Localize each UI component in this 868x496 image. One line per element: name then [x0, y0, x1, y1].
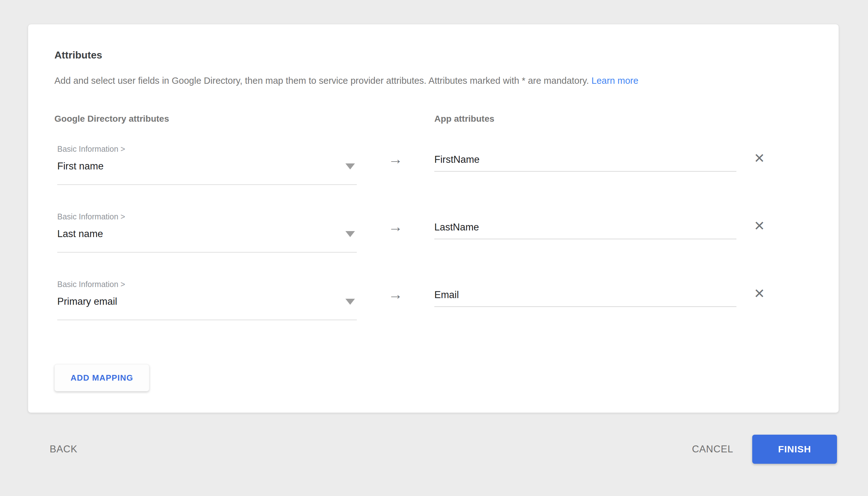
- mapping-row: Basic Information > First name → ✕: [55, 144, 812, 185]
- remove-mapping-button[interactable]: ✕: [754, 286, 765, 301]
- columns-header: Google Directory attributes App attribut…: [55, 113, 812, 124]
- add-mapping-button[interactable]: ADD MAPPING: [55, 364, 149, 391]
- dropdown-arrow-icon: [346, 231, 355, 237]
- card-description-text: Add and select user fields in Google Dir…: [55, 76, 589, 86]
- cancel-button[interactable]: CANCEL: [692, 444, 733, 455]
- mapping-arrow-icon: →: [389, 287, 403, 302]
- attributes-card: Attributes Add and select user fields in…: [28, 24, 839, 413]
- app-attribute-input[interactable]: [434, 289, 736, 307]
- mapping-row: Basic Information > Last name → ✕: [55, 212, 812, 252]
- app-attribute-input[interactable]: [434, 153, 736, 172]
- footer-actions: BACK CANCEL FINISH: [0, 435, 868, 464]
- dropdown-arrow-icon: [346, 299, 355, 305]
- finish-button[interactable]: FINISH: [752, 435, 837, 464]
- mapping-row: Basic Information > Primary email → ✕: [55, 279, 812, 320]
- mapping-arrow-icon: →: [389, 219, 403, 234]
- learn-more-link[interactable]: Learn more: [592, 76, 638, 86]
- google-attribute-value: Last name: [57, 227, 103, 241]
- page-title: Attributes: [55, 48, 812, 62]
- google-attributes-column-header: Google Directory attributes: [55, 113, 434, 124]
- back-button[interactable]: BACK: [50, 444, 77, 455]
- google-attribute-select[interactable]: Basic Information > Last name: [57, 212, 357, 252]
- attribute-category-label: Basic Information >: [57, 212, 357, 222]
- google-attribute-select[interactable]: Basic Information > Primary email: [57, 279, 357, 320]
- remove-mapping-button[interactable]: ✕: [754, 218, 765, 234]
- google-attribute-value: First name: [57, 160, 104, 173]
- card-description: Add and select user fields in Google Dir…: [55, 74, 812, 87]
- google-attribute-value: Primary email: [57, 295, 117, 308]
- app-attributes-column-header: App attributes: [434, 113, 494, 124]
- mapping-arrow-icon: →: [389, 152, 403, 167]
- attribute-category-label: Basic Information >: [57, 144, 357, 154]
- app-attribute-input[interactable]: [434, 221, 736, 239]
- dropdown-arrow-icon: [346, 164, 355, 169]
- google-attribute-select[interactable]: Basic Information > First name: [57, 144, 357, 185]
- attribute-category-label: Basic Information >: [57, 279, 357, 289]
- remove-mapping-button[interactable]: ✕: [754, 151, 765, 166]
